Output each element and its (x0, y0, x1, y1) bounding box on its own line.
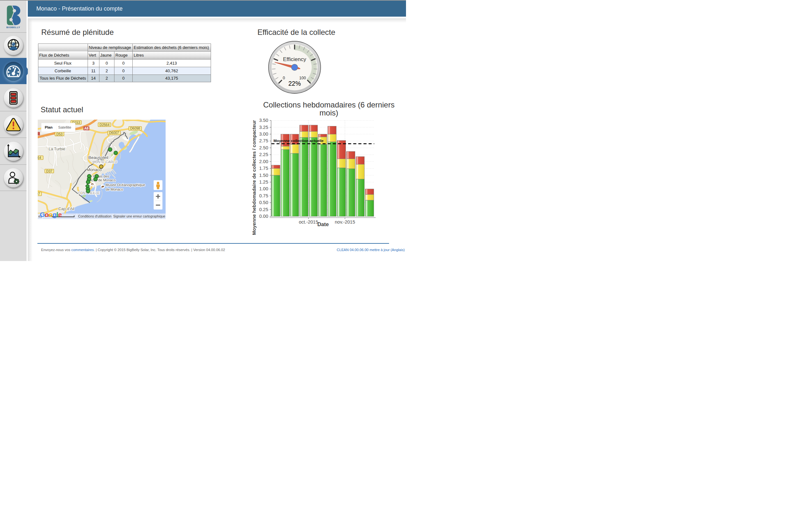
svg-text:07: 07 (38, 192, 40, 196)
svg-text:1.25: 1.25 (259, 179, 268, 184)
svg-text:Collections hebdomadaires (6 d: Collections hebdomadaires (6 derniers (263, 100, 395, 109)
svg-text:2.75: 2.75 (259, 138, 268, 143)
svg-text:564: 564 (38, 156, 41, 159)
svg-text:D6007: D6007 (109, 131, 119, 135)
svg-text:D6098: D6098 (130, 126, 140, 130)
svg-text:3.25: 3.25 (259, 125, 268, 130)
svg-text:de Monaco: de Monaco (106, 187, 123, 191)
svg-text:1.75: 1.75 (259, 166, 268, 171)
svg-text:0.50: 0.50 (259, 200, 268, 205)
svg-text:D37: D37 (46, 169, 53, 173)
svg-text:mois): mois) (319, 108, 338, 117)
svg-text:Efficiency: Efficiency (283, 56, 306, 62)
svg-text:Beausoleil: Beausoleil (88, 155, 108, 160)
svg-text:0.00: 0.00 (259, 214, 268, 219)
svg-text:MONTE-CARLO: MONTE-CARLO (92, 160, 117, 163)
svg-text:3.00: 3.00 (259, 132, 268, 137)
svg-text:inces de Monaco: inces de Monaco (89, 178, 116, 182)
svg-text:nov.-2015: nov.-2015 (335, 219, 355, 224)
svg-text:0: 0 (283, 76, 285, 80)
svg-text:3.50: 3.50 (259, 118, 268, 123)
svg-text:Conditions d'utilisation: Conditions d'utilisation (78, 214, 111, 218)
svg-text:Date: Date (317, 221, 329, 227)
svg-text:D2564: D2564 (99, 122, 109, 126)
svg-text:1.00: 1.00 (259, 186, 268, 191)
svg-text:1.50: 1.50 (259, 173, 268, 178)
svg-text:Signaler une erreur cartograph: Signaler une erreur cartographique (113, 214, 165, 218)
svg-text:Satellite: Satellite (58, 125, 71, 129)
svg-text:Monaco: Monaco (87, 167, 102, 172)
svg-text:Moyenne hebdomadaire de collec: Moyenne hebdomadaire de collectes / comp… (251, 120, 257, 235)
svg-text:2.00: 2.00 (259, 159, 268, 164)
svg-text:2.25: 2.25 (259, 152, 268, 157)
svg-text:oct.-2015: oct.-2015 (299, 219, 318, 224)
svg-text:2.50: 2.50 (259, 145, 268, 150)
svg-text:e Palais des: e Palais des (90, 174, 109, 178)
svg-text:Plan: Plan (45, 125, 53, 129)
svg-text:A8: A8 (84, 126, 88, 130)
svg-text:0.75: 0.75 (259, 193, 268, 198)
svg-text:Musée Océanographique: Musée Océanographique (105, 183, 145, 187)
svg-text:0.25: 0.25 (259, 207, 268, 212)
svg-text:Google: Google (40, 210, 62, 218)
svg-text:22%: 22% (288, 80, 301, 87)
svg-text:Moyenne collection actuelle: Moyenne collection actuelle (274, 139, 324, 143)
svg-text:D53: D53 (56, 132, 62, 136)
svg-text:La Turbie: La Turbie (48, 146, 65, 151)
